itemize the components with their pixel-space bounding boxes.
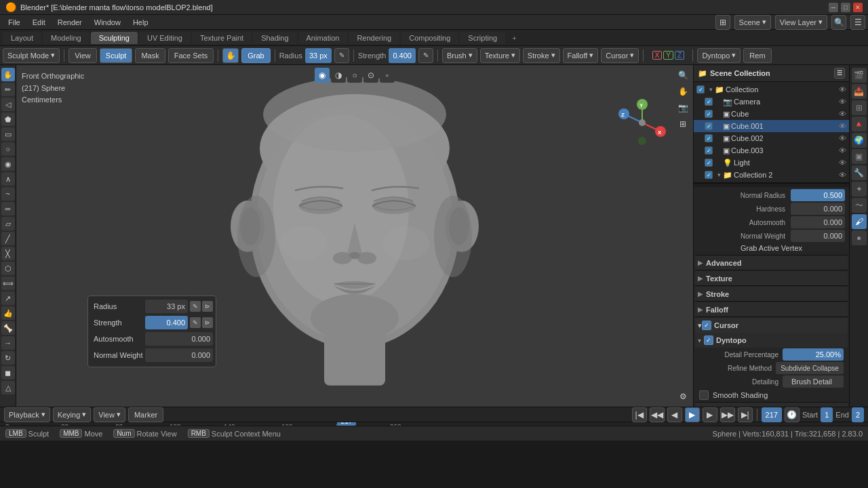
view-layer-selector[interactable]: View Layer ▾ — [775, 15, 827, 30]
particle-props-icon[interactable]: ✦ — [852, 182, 867, 197]
jump-prev-icon[interactable]: ◀◀ — [650, 407, 665, 422]
cursor-dropdown[interactable]: Cursor▾ — [601, 48, 639, 63]
radius-pin-icon[interactable]: ⊳ — [202, 301, 213, 312]
thumb-tool[interactable]: 👍 — [1, 306, 15, 320]
autosmooth-field-value[interactable]: 0.000 — [145, 332, 213, 346]
tab-rendering[interactable]: Rendering — [349, 32, 399, 44]
camera-checkbox[interactable]: ✓ — [705, 98, 713, 106]
step-prev-icon[interactable]: ◀ — [667, 407, 682, 422]
close-button[interactable]: ✕ — [853, 3, 863, 12]
texture-dropdown[interactable]: Texture▾ — [480, 48, 520, 63]
cursor-section-header[interactable]: ▾ ✓ Cursor — [695, 318, 848, 333]
menu-edit[interactable]: Edit — [27, 17, 51, 28]
flatten-tool[interactable]: ═ — [1, 202, 15, 216]
blob-tool[interactable]: ◉ — [1, 157, 15, 171]
radius-lock-icon[interactable]: ✎ — [190, 301, 201, 312]
maximize-button[interactable]: □ — [841, 3, 850, 12]
dyntopo-header[interactable]: ▾ ✓ Dyntopo — [695, 333, 848, 348]
search-icon[interactable]: 🔍 — [831, 15, 846, 30]
refine-method-field[interactable]: Subdivide Collapse — [776, 362, 844, 374]
tab-texture-paint[interactable]: Texture Paint — [192, 32, 252, 44]
timeline-view-dropdown[interactable]: View▾ — [94, 407, 125, 422]
scrape-tool[interactable]: ╱ — [1, 232, 15, 245]
render-props-icon[interactable]: 🎬 — [852, 68, 867, 83]
tab-uv-editing[interactable]: UV Editing — [139, 32, 191, 44]
detail-percentage-field[interactable]: 25.00% — [783, 348, 844, 361]
viewport-grid-icon[interactable]: ⊞ — [675, 117, 690, 131]
stroke-dropdown[interactable]: Stroke▾ — [523, 48, 560, 63]
normal-weight-field-value[interactable]: 0.000 — [145, 348, 213, 362]
dyntopo-checkbox[interactable]: ✓ — [704, 336, 713, 345]
viewport-camera-icon[interactable]: 📷 — [675, 100, 690, 115]
material-props-icon[interactable]: ● — [852, 230, 867, 245]
tree-item-collection[interactable]: ✓ ▾ 📁 Collection 👁 — [694, 83, 849, 96]
outliner-filter-icon[interactable]: ☰ — [834, 68, 845, 79]
menu-window[interactable]: Window — [89, 17, 126, 28]
tree-item-cube003[interactable]: ✓ ▣ Cube.003 👁 — [694, 144, 849, 157]
normal-radius-field[interactable]: 0.500 — [791, 189, 845, 201]
jump-start-icon[interactable]: |◀ — [632, 407, 647, 422]
cube-eye-icon[interactable]: 👁 — [839, 110, 846, 118]
remesh-button[interactable]: Rem — [743, 48, 771, 63]
xray-icon[interactable]: ▫ — [380, 68, 395, 83]
pose-tool[interactable]: 🦴 — [1, 321, 15, 335]
draw-face-sets-tool[interactable]: △ — [1, 381, 15, 394]
tab-shading[interactable]: Shading — [253, 32, 296, 44]
sculpt-menu[interactable]: Sculpt — [100, 48, 133, 63]
cube003-eye-icon[interactable]: 👁 — [839, 146, 846, 155]
rotate-tool[interactable]: ↻ — [1, 351, 15, 365]
tab-sculpting[interactable]: Sculpting — [91, 32, 138, 44]
remesh-section-header[interactable]: ▶ Remesh — [695, 403, 848, 407]
smooth-shading-checkbox[interactable] — [699, 390, 709, 400]
mode-selector[interactable]: Sculpt Mode ▾ — [3, 48, 60, 63]
smooth-tool[interactable]: ~ — [1, 187, 15, 201]
radius-edit-icon[interactable]: ✎ — [334, 48, 349, 63]
collection2-eye-icon[interactable]: 👁 — [839, 171, 846, 179]
minimize-button[interactable]: ─ — [829, 3, 838, 12]
radius-value[interactable]: 33 px — [305, 48, 332, 63]
collection-checkbox[interactable]: ✓ — [696, 85, 705, 94]
frame-clock-icon[interactable]: 🕐 — [785, 407, 800, 422]
tab-scripting[interactable]: Scripting — [460, 32, 505, 44]
grab-tool-icon[interactable]: ✋ — [222, 48, 239, 63]
face-sets-menu[interactable]: Face Sets — [168, 48, 214, 63]
playback-dropdown[interactable]: Playback▾ — [4, 407, 50, 422]
scene-props-icon[interactable]: 🔺 — [852, 117, 867, 131]
fill-tool[interactable]: ▱ — [1, 217, 15, 230]
draw-tool[interactable]: ✏ — [1, 83, 15, 96]
clay-tool[interactable]: ⬟ — [1, 113, 15, 126]
collection2-checkbox[interactable]: ✓ — [705, 171, 713, 179]
clay-strips-tool[interactable]: ▭ — [1, 127, 15, 141]
strength-pin-icon[interactable]: ⊳ — [202, 317, 213, 328]
tree-item-cube[interactable]: ✓ ▣ Cube 👁 — [694, 108, 849, 120]
hardness-field[interactable]: 0.000 — [791, 203, 845, 215]
jump-end-icon[interactable]: ▶| — [738, 407, 753, 422]
elastic-tool[interactable]: ⟺ — [1, 277, 15, 290]
keying-dropdown[interactable]: Keying▾ — [53, 407, 92, 422]
view-menu[interactable]: View — [68, 48, 97, 63]
add-workspace-button[interactable]: + — [507, 32, 521, 44]
cube002-checkbox[interactable]: ✓ — [705, 134, 713, 142]
menu-render[interactable]: Render — [52, 17, 87, 28]
tree-item-camera[interactable]: ✓ 📷 Camera 👁 — [694, 96, 849, 108]
menu-file[interactable]: File — [3, 17, 26, 28]
tree-item-collection2[interactable]: ✓ ▾ 📁 Collection 2 👁 — [694, 169, 849, 181]
start-frame-field[interactable]: 1 — [821, 407, 833, 422]
snake-hook-tool[interactable]: ↗ — [1, 291, 15, 305]
world-props-icon[interactable]: 🌍 — [852, 133, 867, 148]
viewport-shading-solid[interactable]: ◉ — [315, 68, 330, 83]
autosmooth-prop-field[interactable]: 0.000 — [791, 216, 845, 228]
jump-next-icon[interactable]: ▶▶ — [720, 407, 735, 422]
viewport-shading-render[interactable]: ○ — [347, 68, 362, 83]
multi-plane-tool[interactable]: ╳ — [1, 247, 15, 260]
viewport[interactable]: Front Orthographic (217) Sphere Centimet… — [16, 65, 693, 407]
texture-section-header[interactable]: ▶ Texture — [695, 271, 848, 286]
output-props-icon[interactable]: 📤 — [852, 84, 867, 99]
stroke-section-header[interactable]: ▶ Stroke — [695, 287, 848, 302]
strength-lock-icon[interactable]: ✎ — [190, 317, 201, 328]
object-props-icon[interactable]: ▣ — [852, 149, 867, 164]
end-frame-field[interactable]: 2 — [852, 407, 864, 422]
strength-edit-icon[interactable]: ✎ — [418, 48, 433, 63]
physics-props-icon[interactable]: 〜 — [852, 198, 867, 213]
falloff-section-header[interactable]: ▶ Falloff — [695, 302, 848, 317]
